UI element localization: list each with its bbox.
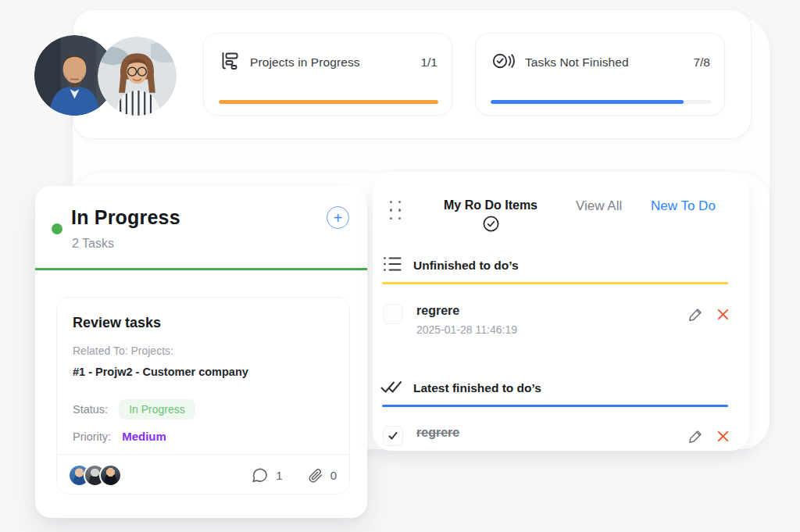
section-unfinished-header: Unfinished to do’s: [382, 255, 519, 277]
progress-fill: [491, 100, 684, 104]
todo-checkbox-checked[interactable]: [383, 426, 403, 446]
priority-value: Medium: [122, 430, 166, 443]
list-icon: [382, 255, 403, 277]
status-badge: In Progress: [119, 399, 195, 420]
view-all-link[interactable]: View All: [576, 198, 622, 214]
todo-panel-title: My Ro Do Items: [444, 198, 538, 212]
todo-item-timestamp: 2025-01-28 11:46:19: [416, 323, 688, 336]
progress-track: [491, 100, 711, 104]
todo-item-title: regrere: [416, 304, 688, 318]
comments-count: 1: [276, 469, 282, 482]
stat-value: 7/8: [693, 55, 710, 70]
column-underline: [35, 268, 367, 270]
attachment-icon[interactable]: [307, 467, 323, 484]
priority-label: Priority:: [73, 430, 111, 443]
section-label: Unfinished to do’s: [413, 259, 519, 273]
comments-icon[interactable]: [251, 466, 269, 484]
kanban-column-in-progress: In Progress 2 Tasks + Review tasks Relat…: [35, 186, 367, 518]
double-check-icon: [380, 377, 403, 399]
task-title: Review tasks: [73, 315, 161, 331]
section-finished-header: Latest finished to do’s: [380, 377, 541, 399]
check-circle-icon: [481, 214, 501, 237]
section-underline: [382, 405, 728, 407]
todo-checkbox[interactable]: [383, 304, 403, 324]
todo-panel: My Ro Do Items View All New To Do Unfini…: [373, 172, 749, 451]
column-task-count: 2 Tasks: [72, 237, 114, 251]
add-task-button[interactable]: +: [327, 206, 349, 229]
assignee-avatar: [99, 464, 122, 487]
stat-label: Projects in Progress: [250, 55, 410, 70]
column-title: In Progress: [71, 206, 180, 229]
stat-card-projects: Projects in Progress 1/1: [203, 33, 452, 116]
task-card[interactable]: Review tasks Related To: Projects: #1 - …: [56, 297, 350, 495]
delete-x-icon[interactable]: [716, 308, 730, 321]
progress-track: [219, 100, 438, 104]
drag-handle-icon[interactable]: [387, 198, 404, 223]
section-underline: [382, 282, 728, 284]
task-related-label: Related To: Projects:: [73, 345, 173, 357]
assignee-avatars: [68, 464, 122, 487]
task-related-value: #1 - Projw2 - Customer company: [73, 366, 248, 378]
status-dot: [52, 223, 62, 234]
delete-x-icon[interactable]: [716, 430, 730, 443]
status-label: Status:: [73, 403, 108, 416]
divider: [57, 454, 349, 455]
new-todo-link[interactable]: New To Do: [651, 198, 716, 214]
stat-label: Tasks Not Finished: [525, 55, 683, 70]
todo-row: regrere 2025-01-28 11:46:19: [383, 304, 730, 336]
edit-pencil-icon[interactable]: [688, 306, 704, 323]
edit-pencil-icon[interactable]: [688, 428, 704, 445]
todo-item-title: regrere: [416, 426, 688, 440]
avatar-female: [98, 37, 177, 116]
attachments-count: 0: [330, 469, 337, 482]
progress-fill: [219, 100, 438, 104]
stat-value: 1/1: [420, 55, 438, 70]
gantt-icon: [220, 51, 240, 74]
stat-card-tasks: Tasks Not Finished 7/8: [475, 33, 725, 116]
todo-row-finished: regrere: [383, 426, 730, 446]
check-ripple-icon: [491, 51, 515, 74]
section-label: Latest finished to do’s: [413, 381, 541, 395]
